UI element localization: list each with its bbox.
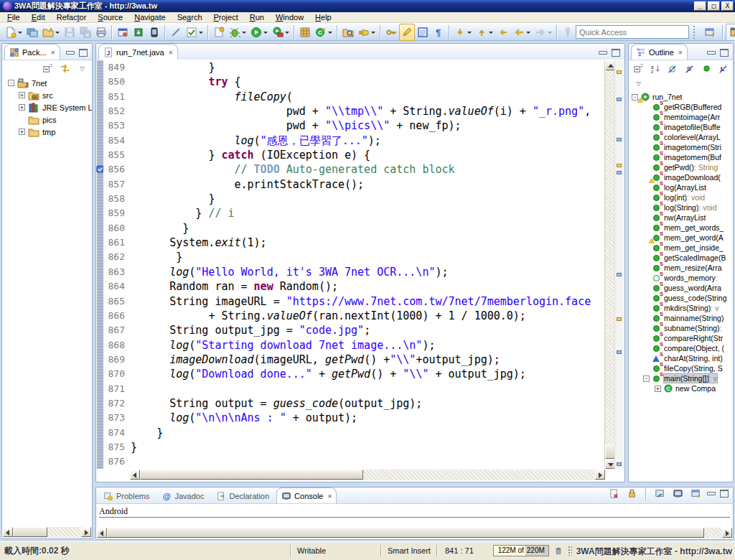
console-output-line[interactable]: Android [99,506,730,518]
tab-package-explorer[interactable]: Pack... ✕ [4,44,60,60]
outline-item[interactable]: SgetScaledImage(B [629,253,733,263]
new-java-project-button[interactable] [24,24,40,41]
collapse-node-icon[interactable]: - [643,375,650,382]
menu-window[interactable]: Window [270,12,309,22]
open-type-button[interactable] [340,24,356,41]
console-hscrollbar[interactable] [97,528,732,538]
editor-vscrollbar[interactable] [604,60,615,469]
next-annotation-button[interactable] [452,24,474,41]
close-tab-icon[interactable]: ✕ [678,49,683,56]
code-line[interactable]: fileCopy( [131,90,604,104]
code-line[interactable]: } [131,60,604,75]
overview-yellow-marker[interactable] [617,317,622,321]
expand-node-icon[interactable]: + [19,104,25,111]
menu-source[interactable]: Source [92,12,128,22]
debug-button[interactable] [227,24,248,41]
last-edit-location-button[interactable] [495,24,511,41]
minimize-view-icon[interactable] [707,51,716,55]
overview-blue-marker[interactable] [617,171,622,174]
open-console-button[interactable] [689,487,703,500]
menu-file[interactable]: File [1,12,26,22]
java-perspective-button[interactable]: JJava [726,24,735,41]
save-button[interactable] [62,24,78,41]
minimize-view-icon[interactable] [66,51,75,55]
code-line[interactable]: try { [131,75,604,89]
tree-item-tmp[interactable]: +tmp [2,126,92,138]
sort-button[interactable]: az [649,62,663,75]
code-line[interactable]: } [131,426,604,440]
code-line[interactable]: pwd + "\\pics\\" + new_fp); [131,118,604,133]
code-line[interactable]: } catch (IOException e) { [131,148,604,162]
scroll-lock-button[interactable] [625,487,639,500]
code-editor[interactable]: } try { fileCopy( pwd + "\\tmp\\" + Stri… [131,60,604,469]
new-project-wizard-button[interactable] [211,24,227,41]
new-class-button[interactable]: C [313,24,334,41]
code-line[interactable]: + String.valueOf(ran.nextInt(1000) + 1 /… [131,309,604,323]
outline-item[interactable]: Snw(ArrayList [629,213,733,223]
outline-item[interactable]: -Smain(String[]) : v [629,373,733,383]
outline-item[interactable]: Sguess_word(Arra [629,283,733,293]
annotation-ruler[interactable] [97,60,103,469]
close-tab-icon[interactable]: ✕ [169,49,173,56]
outline-item[interactable]: -run_7net [629,92,733,102]
hide-non-public-button[interactable] [700,62,713,75]
show-source-of-element-button[interactable] [415,24,431,41]
external-tools-button[interactable] [270,24,291,41]
outline-item[interactable]: Scompare(Object, ( [629,343,733,353]
android-sdk-manager-button[interactable] [131,24,146,41]
outline-item[interactable]: Scolorlevel(ArrayL [629,132,733,142]
display-selected-console-button[interactable] [671,487,685,500]
tree-item-pics[interactable]: pics [2,113,92,126]
view-menu-icon[interactable]: ▽ [632,77,645,90]
code-line[interactable]: log("Starting download 7net image...\n")… [131,338,604,353]
menu-run[interactable]: Run [244,12,270,22]
outline-item[interactable]: Ssubname(String) : [629,323,733,333]
expand-node-icon[interactable]: + [19,92,25,98]
menu-project[interactable]: Project [208,12,244,22]
outline-item[interactable]: Smem_get_words_ [629,223,733,233]
editor-hscrollbar[interactable] [130,470,605,480]
show-whitespace-button[interactable]: ¶ [431,24,446,41]
menu-navigate[interactable]: Navigate [128,12,171,22]
view-menu-icon[interactable]: ▽ [75,62,89,75]
menu-search[interactable]: Search [172,12,208,22]
close-tab-icon[interactable]: ✕ [51,49,55,56]
outline-item[interactable]: Slog(ArrayList [629,182,733,192]
code-line[interactable]: } [131,192,604,206]
outline-item[interactable]: Slog(int) : void [629,192,733,202]
tab-javadoc[interactable]: @Javadoc [156,487,209,503]
build-all-button[interactable] [115,24,131,41]
previous-annotation-button[interactable] [474,24,495,41]
code-line[interactable]: } [131,440,604,454]
save-all-button[interactable] [78,24,93,41]
tab-declaration[interactable]: Declaration [211,487,274,503]
outline-item[interactable]: Smem_get_inside_ [629,243,733,253]
code-line[interactable]: System.exit(1); [131,235,604,250]
hide-local-types-button[interactable]: L [716,62,730,75]
outline-item[interactable]: SimageDownload( [629,172,733,182]
maximize-view-icon[interactable] [720,49,729,57]
new-wizard-button[interactable] [3,24,24,41]
outline-item[interactable]: Sguess_code(String [629,293,733,303]
back-button[interactable] [511,24,533,41]
outline-item[interactable]: +Cnew Compa [629,383,733,393]
minimize-view-icon[interactable] [707,492,716,495]
outline-item[interactable]: Smkdirs(String) : v [629,303,733,313]
pin-console-button[interactable] [653,487,667,500]
quick-access-input[interactable] [576,25,689,39]
outline-item[interactable]: Slog(String) : void [629,202,733,213]
overview-blue-marker[interactable] [617,98,622,101]
code-line[interactable]: // TODO Auto-generated catch block [131,162,604,177]
code-line[interactable]: } [131,250,604,264]
tab-outline[interactable]: Outline ✕ [631,44,688,60]
outline-item[interactable]: Swords_memory : [629,273,733,283]
code-line[interactable] [131,382,604,396]
outline-item[interactable]: Smemtoimage(Arr [629,112,733,122]
search-button[interactable] [356,24,378,41]
code-line[interactable]: } // i [131,206,604,220]
remove-launch-button[interactable] [607,487,621,500]
code-line[interactable]: String imageURL = "https://www.7net.com.… [131,294,604,309]
overview-yellow-marker[interactable] [617,164,622,167]
menu-help[interactable]: Help [309,12,337,22]
line-number-ruler[interactable]: 8498508518528538548558568578588598608618… [103,60,130,469]
